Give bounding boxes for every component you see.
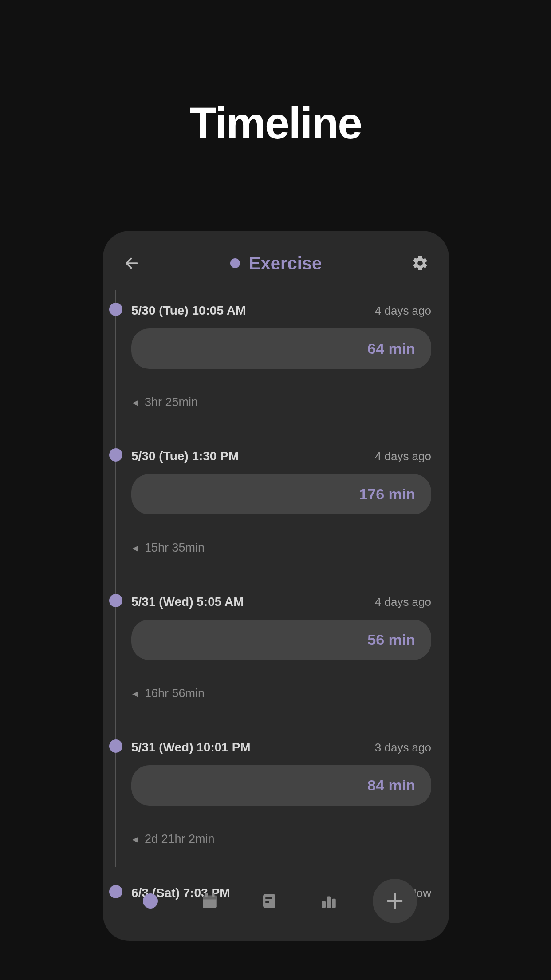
bottom-nav — [103, 879, 449, 923]
entry-datetime: 5/31 (Wed) 10:01 PM — [131, 740, 251, 755]
triangle-left-icon: ◀ — [132, 689, 138, 699]
gap-duration: 15hr 35min — [145, 541, 205, 555]
note-icon — [260, 892, 279, 910]
entry-datetime: 5/30 (Tue) 10:05 AM — [131, 304, 246, 318]
entry-duration: 84 min — [367, 777, 415, 794]
gear-icon — [411, 254, 429, 272]
entry-gap: ◀ 16hr 56min — [116, 687, 431, 700]
entry-header: 5/30 (Tue) 1:30 PM 4 days ago — [116, 436, 431, 463]
triangle-left-icon: ◀ — [132, 834, 138, 844]
timeline-entry[interactable]: 5/31 (Wed) 10:01 PM 3 days ago 84 min ◀ … — [116, 727, 431, 846]
svg-rect-8 — [322, 901, 326, 908]
entry-datetime: 5/30 (Tue) 1:30 PM — [131, 449, 239, 463]
entry-card[interactable]: 84 min — [131, 765, 431, 806]
category-dot-icon — [230, 258, 240, 268]
svg-rect-4 — [212, 893, 214, 897]
entry-duration: 56 min — [367, 631, 415, 648]
arrow-left-icon — [124, 255, 140, 271]
gap-duration: 2d 21hr 2min — [145, 832, 215, 846]
entry-relative-time: 4 days ago — [375, 450, 431, 463]
entry-dot-icon — [109, 739, 122, 753]
entry-datetime: 5/31 (Wed) 5:05 AM — [131, 595, 244, 609]
triangle-left-icon: ◀ — [132, 543, 138, 553]
entry-gap: ◀ 15hr 35min — [116, 541, 431, 555]
entry-header: 5/30 (Tue) 10:05 AM 4 days ago — [116, 290, 431, 318]
svg-rect-6 — [265, 897, 272, 899]
timeline-entry[interactable]: 5/30 (Tue) 10:05 AM 4 days ago 64 min ◀ … — [116, 290, 431, 409]
entry-gap: ◀ 3hr 25min — [116, 395, 431, 409]
nav-calendar[interactable] — [194, 885, 225, 917]
timeline-entry[interactable]: 5/31 (Wed) 5:05 AM 4 days ago 56 min ◀ 1… — [116, 581, 431, 700]
entry-dot-icon — [109, 594, 122, 607]
entry-relative-time: 4 days ago — [375, 304, 431, 318]
header-title: Exercise — [230, 253, 322, 273]
entry-card[interactable]: 64 min — [131, 328, 431, 369]
entry-header: 5/31 (Wed) 5:05 AM 4 days ago — [116, 581, 431, 609]
bar-chart-icon — [319, 892, 338, 910]
calendar-icon — [201, 892, 219, 910]
timeline-entry[interactable]: 5/30 (Tue) 1:30 PM 4 days ago 176 min ◀ … — [116, 436, 431, 555]
entry-relative-time: 4 days ago — [375, 595, 431, 609]
settings-button[interactable] — [409, 252, 431, 274]
triangle-left-icon: ◀ — [132, 398, 138, 407]
app-header: Exercise — [103, 231, 449, 290]
entry-dot-icon — [109, 448, 122, 462]
svg-rect-3 — [205, 893, 208, 897]
entry-relative-time: 3 days ago — [375, 741, 431, 755]
category-label: Exercise — [249, 253, 322, 273]
gap-duration: 3hr 25min — [145, 395, 198, 409]
add-button[interactable] — [373, 879, 417, 923]
svg-rect-9 — [327, 897, 331, 908]
entry-dot-icon — [109, 303, 122, 316]
back-button[interactable] — [121, 252, 143, 274]
nav-notes[interactable] — [254, 885, 285, 917]
plus-icon — [385, 891, 405, 911]
gap-duration: 16hr 56min — [145, 687, 205, 700]
app-frame: Exercise 5/30 (Tue) 10:05 AM 4 days ago … — [103, 231, 449, 941]
svg-rect-7 — [265, 901, 269, 903]
svg-rect-10 — [332, 899, 336, 908]
entry-card[interactable]: 56 min — [131, 620, 431, 660]
entry-duration: 64 min — [367, 340, 415, 357]
entry-card[interactable]: 176 min — [131, 474, 431, 514]
nav-stats[interactable] — [313, 885, 344, 917]
entry-gap: ◀ 2d 21hr 2min — [116, 832, 431, 846]
entry-header: 5/31 (Wed) 10:01 PM 3 days ago — [116, 727, 431, 755]
timeline-content: 5/30 (Tue) 10:05 AM 4 days ago 64 min ◀ … — [103, 290, 449, 867]
entry-duration: 176 min — [359, 486, 415, 503]
svg-rect-2 — [203, 896, 217, 900]
nav-timeline[interactable] — [135, 885, 166, 917]
page-title: Timeline — [0, 0, 551, 149]
circle-icon — [143, 893, 158, 909]
